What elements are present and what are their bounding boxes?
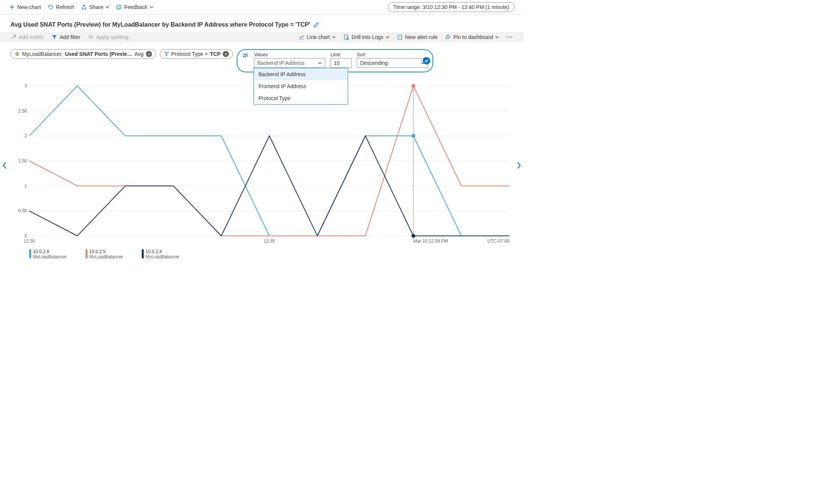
line-chart-icon (299, 34, 305, 40)
pin-dashboard-label: Pin to dashboard (453, 34, 493, 40)
line-chart[interactable]: 00.5011.5022.50312:3012:35Mar 10 12:38 P… (11, 82, 513, 258)
y-tick-label: 1 (24, 183, 27, 189)
new-alert-label: New alert rule (405, 34, 437, 40)
legend-swatch (142, 249, 144, 258)
legend-ip: 10.0.2.4 (146, 249, 162, 254)
chart-prev-button[interactable] (2, 161, 8, 170)
add-metric-icon (11, 34, 17, 40)
series-marker (412, 234, 415, 238)
more-button[interactable]: ··· (506, 34, 513, 40)
new-alert-button[interactable]: New alert rule (397, 34, 437, 40)
add-metric-label: Add metric (19, 34, 44, 40)
x-tick-label: 12:30 (24, 238, 35, 244)
legend-resource: MyLoadBalancer (146, 254, 179, 258)
share-label: Share (89, 4, 103, 10)
logs-icon (343, 34, 349, 40)
filter-value: TCP (210, 51, 221, 57)
filter-icon (51, 34, 57, 40)
chevron-down-icon (332, 35, 336, 39)
limit-field-label: Limit (330, 52, 351, 57)
new-chart-button[interactable]: New chart (9, 4, 41, 10)
legend-ip: 10.0.2.5 (89, 249, 106, 254)
y-tick-label: 2 (24, 133, 27, 138)
series-marker (412, 84, 415, 88)
chart-type-dropdown[interactable]: Line chart (299, 34, 336, 40)
apply-splitting-button: Apply splitting (88, 34, 128, 40)
chart-next-button[interactable] (516, 161, 521, 170)
y-tick-label: 3 (24, 83, 27, 88)
time-range-pill[interactable]: Time range: 3/10 12:30 PM - 12:40 PM (1 … (388, 2, 515, 12)
sort-select[interactable]: Descending (357, 58, 428, 68)
remove-filter-icon[interactable]: ✕ (223, 51, 229, 57)
resource-icon (15, 51, 20, 57)
y-tick-label: 0 (24, 233, 27, 238)
splitting-chip: Values Backend IP Address Backend IP Add… (237, 49, 433, 72)
pin-icon (445, 34, 451, 40)
check-icon (424, 58, 429, 63)
values-option[interactable]: Backend IP Address (254, 68, 348, 80)
values-select[interactable]: Backend IP Address (254, 58, 325, 68)
alert-icon (397, 34, 403, 40)
legend-swatch (86, 249, 87, 258)
drill-logs-label: Drill into Logs (351, 34, 383, 40)
svg-point-2 (120, 6, 120, 7)
plus-icon (9, 4, 15, 10)
splitting-icon (242, 52, 249, 59)
values-selected: Backend IP Address (257, 60, 305, 66)
sort-value: Descending (360, 60, 388, 66)
y-tick-label: 2.50 (18, 108, 27, 114)
svg-point-1 (118, 6, 119, 7)
chevron-down-icon (495, 35, 499, 39)
metric-pill[interactable]: MyLoadBalancer, Used SNAT Ports (Previe…… (11, 49, 156, 59)
remove-metric-icon[interactable]: ✕ (146, 51, 152, 57)
add-filter-button[interactable]: Add filter (51, 34, 80, 40)
share-button[interactable]: Share (81, 4, 109, 10)
feedback-label: Feedback (124, 4, 147, 10)
x-tick-label: 12:35 (264, 238, 275, 244)
apply-splitting-check[interactable] (423, 57, 430, 64)
smiley-icon (116, 4, 122, 10)
chart-title: Avg Used SNAT Ports (Preview) for MyLoad… (11, 21, 310, 28)
chevron-down-icon (318, 61, 322, 65)
legend-ip: 10.0.2.6 (33, 249, 50, 254)
x-tick-label: Mar 10 12:38 PM (413, 238, 448, 244)
values-option[interactable]: Frontend IP Address (254, 80, 348, 92)
y-tick-label: 0.50 (18, 208, 27, 213)
legend-resource: MyLoadBalancer (89, 254, 123, 258)
limit-value: 10 (334, 60, 340, 66)
add-filter-label: Add filter (60, 34, 80, 40)
limit-input[interactable]: 10 (330, 58, 351, 68)
feedback-button[interactable]: Feedback (116, 4, 153, 10)
y-tick-label: 1.50 (18, 158, 27, 164)
refresh-icon (48, 4, 54, 10)
series-marker (412, 134, 415, 138)
drill-logs-dropdown[interactable]: Drill into Logs (343, 34, 389, 40)
chevron-down-icon (105, 5, 109, 9)
utc-label: UTC-07:00 (487, 238, 509, 244)
pin-dashboard-dropdown[interactable]: Pin to dashboard (445, 34, 499, 40)
share-icon (81, 4, 87, 10)
split-icon (88, 34, 94, 40)
metric-name-label: Used SNAT Ports (Previe… (65, 51, 132, 57)
svg-point-0 (117, 5, 121, 9)
chevron-down-icon (386, 35, 389, 39)
values-option[interactable]: Protocol Type (254, 92, 348, 104)
refresh-button[interactable]: Refresh (48, 4, 74, 10)
apply-splitting-label: Apply splitting (96, 34, 128, 40)
values-dropdown: Backend IP Address Frontend IP Address P… (254, 68, 348, 105)
refresh-label: Refresh (56, 4, 74, 10)
metric-agg-label: Avg (135, 51, 144, 57)
chevron-down-icon (150, 5, 153, 9)
legend-swatch (29, 249, 31, 258)
svg-rect-5 (344, 35, 348, 39)
pencil-icon[interactable] (313, 22, 319, 28)
new-chart-label: New chart (17, 4, 41, 10)
add-metric-button: Add metric (11, 34, 44, 40)
filter-text: Protocol Type = (171, 51, 208, 57)
filter-pill[interactable]: Protocol Type = TCP ✕ (160, 49, 233, 59)
chart-type-label: Line chart (307, 34, 330, 40)
sort-field-label: Sort (357, 52, 428, 57)
values-field-label: Values (254, 52, 325, 57)
metric-resource-label: MyLoadBalancer, (22, 51, 63, 57)
legend-resource: MyLoadBalancer (33, 254, 67, 258)
